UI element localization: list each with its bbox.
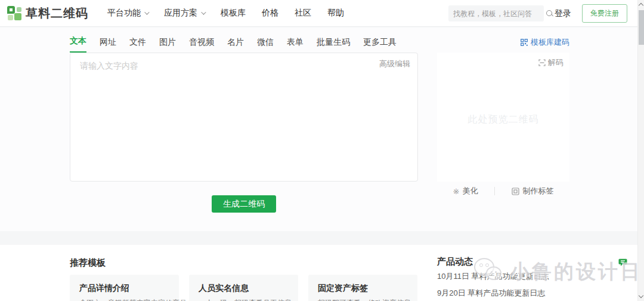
template-card-product-detail[interactable]: 产品详情介绍 含图文、音视频等丰富内容的产品介绍 bbox=[70, 275, 179, 301]
nav-item-solutions[interactable]: 应用方案 bbox=[164, 8, 205, 19]
card-title: 人员实名信息 bbox=[199, 283, 289, 294]
template-cards: 产品详情介绍 含图文、音视频等丰富内容的产品介绍 人员实名信息 一人一码，扫码查… bbox=[70, 275, 428, 301]
decode-link[interactable]: 解码 bbox=[538, 57, 564, 68]
chevron-down-icon bbox=[144, 10, 149, 14]
brand-name: 草料二维码 bbox=[26, 5, 88, 22]
template-library-build-link[interactable]: 模板库建码 bbox=[521, 37, 569, 48]
search-box bbox=[448, 5, 544, 22]
make-label-button[interactable]: 制作标签 bbox=[512, 186, 553, 196]
magnifier-icon[interactable] bbox=[546, 10, 553, 17]
card-desc: 一人一码，扫码查看员工信息 bbox=[199, 298, 289, 301]
bottom-section: 推荐模板 产品详情介绍 含图文、音视频等丰富内容的产品介绍 人员实名信息 一人一… bbox=[0, 245, 644, 301]
tab-image[interactable]: 图片 bbox=[159, 37, 176, 53]
qr-content-textarea[interactable] bbox=[70, 53, 417, 181]
divider bbox=[494, 187, 495, 195]
feedback-message-icon[interactable] bbox=[618, 258, 628, 270]
tab-file[interactable]: 文件 bbox=[129, 37, 146, 53]
scroll-up-arrow-icon[interactable] bbox=[639, 3, 643, 8]
qr-actions: ※ 美化 制作标签 bbox=[437, 186, 569, 196]
tab-form[interactable]: 表单 bbox=[287, 37, 304, 53]
advanced-edit-link[interactable]: 高级编辑 bbox=[379, 59, 410, 69]
card-title: 固定资产标签 bbox=[318, 283, 408, 294]
text-input-panel: 高级编辑 bbox=[70, 53, 418, 182]
qr-preview-panel: 解码 此处预览二维码 bbox=[437, 53, 569, 182]
scroll-down-arrow-icon[interactable] bbox=[639, 293, 643, 298]
tab-batch-codes[interactable]: 批量生码 bbox=[317, 37, 350, 53]
navbar-right: 登录 免费注册 bbox=[448, 0, 627, 27]
card-desc: 含图文、音视频等丰富内容的产品介绍 bbox=[79, 298, 169, 301]
free-register-button[interactable]: 免费注册 bbox=[582, 4, 627, 23]
nav-item-help[interactable]: 帮助 bbox=[327, 8, 344, 19]
label-icon bbox=[512, 188, 519, 195]
qr-grid-icon bbox=[521, 39, 528, 46]
tab-url[interactable]: 网址 bbox=[100, 37, 116, 53]
search-input[interactable] bbox=[453, 10, 546, 18]
card-title: 产品详情介绍 bbox=[79, 283, 169, 294]
qr-logo-icon bbox=[7, 6, 21, 20]
beautify-button[interactable]: ※ 美化 bbox=[453, 186, 478, 196]
login-link[interactable]: 登录 bbox=[555, 8, 571, 19]
product-updates-list: 10月11日 草料产品功能更新日志 9月20日 草料产品功能更新日志 bbox=[437, 271, 616, 301]
decode-scan-icon bbox=[538, 59, 546, 66]
tab-wechat[interactable]: 微信 bbox=[257, 37, 274, 53]
page: 草料二维码 平台功能 应用方案 模板库 价格 社区 帮助 登录 免费注册 文本 … bbox=[0, 0, 644, 301]
template-card-personnel-info[interactable]: 人员实名信息 一人一码，扫码查看员工信息 bbox=[189, 275, 298, 301]
update-item[interactable]: 9月20日 草料产品功能更新日志 bbox=[437, 288, 616, 299]
generate-qr-button[interactable]: 生成二维码 bbox=[212, 195, 276, 213]
card-desc: 扫码即可查看、修改资产信息 bbox=[318, 298, 408, 301]
nav-item-pricing[interactable]: 价格 bbox=[262, 8, 278, 19]
nav-item-platform-features[interactable]: 平台功能 bbox=[107, 8, 148, 19]
brand-logo[interactable]: 草料二维码 bbox=[7, 5, 88, 22]
template-card-fixed-asset[interactable]: 固定资产标签 扫码即可查看、修改资产信息 bbox=[308, 275, 417, 301]
update-item[interactable]: 10月11日 草料产品功能更新日志 bbox=[437, 271, 616, 282]
nav-menu: 平台功能 应用方案 模板库 价格 社区 帮助 bbox=[107, 8, 360, 19]
navbar: 草料二维码 平台功能 应用方案 模板库 价格 社区 帮助 登录 免费注册 bbox=[0, 0, 644, 27]
tab-business-card[interactable]: 名片 bbox=[227, 37, 244, 53]
generator-tabs: 文本 网址 文件 图片 音视频 名片 微信 表单 批量生码 更多工具 bbox=[70, 36, 410, 53]
generator-section: 文本 网址 文件 图片 音视频 名片 微信 表单 批量生码 更多工具 模板库建码… bbox=[0, 27, 644, 231]
recommended-templates-title: 推荐模板 bbox=[70, 257, 106, 269]
nav-item-community[interactable]: 社区 bbox=[295, 8, 311, 19]
tab-text[interactable]: 文本 bbox=[70, 36, 86, 53]
nav-item-template-library[interactable]: 模板库 bbox=[221, 8, 246, 19]
chevron-down-icon bbox=[201, 10, 206, 14]
product-updates-title: 产品动态 bbox=[437, 256, 473, 268]
sparkle-icon: ※ bbox=[453, 187, 460, 196]
tab-more-tools[interactable]: 更多工具 bbox=[363, 37, 397, 53]
vertical-scrollbar[interactable] bbox=[637, 0, 644, 301]
tab-audio-video[interactable]: 音视频 bbox=[189, 37, 214, 53]
scrollbar-thumb[interactable] bbox=[639, 10, 644, 45]
qr-preview-placeholder: 此处预览二维码 bbox=[437, 113, 569, 126]
